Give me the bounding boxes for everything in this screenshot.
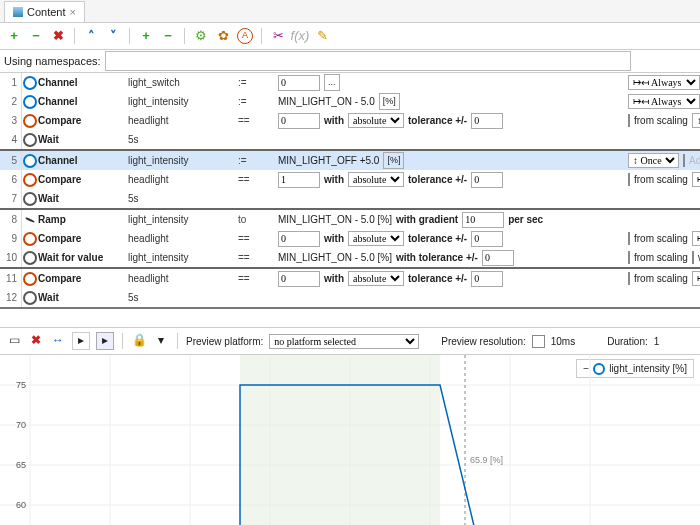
doc-checkbox[interactable] [683,154,685,167]
preview-resolution-checkbox[interactable] [532,335,545,348]
step-signal: 5s [128,192,238,205]
step-type: Channel [38,154,128,167]
tolerance-input[interactable] [471,113,503,129]
channel-icon [22,95,38,109]
preview-delete-icon[interactable]: ✖ [28,333,44,349]
preview-chart: − light_intensity [%] 75 70 65 60 [0,355,700,525]
step-operator: to [238,213,258,226]
svg-text:60: 60 [16,500,26,510]
value-input[interactable] [278,271,320,287]
step-signal: headlight [128,272,238,285]
svg-text:75: 75 [16,380,26,390]
assert-icon[interactable]: A [237,28,253,44]
fx-icon[interactable]: f(x) [292,28,308,44]
add-minus-icon[interactable]: − [28,28,44,44]
from-scaling-checkbox[interactable] [628,272,630,285]
mode-select[interactable]: absolute [348,172,404,187]
compare-icon [22,232,38,246]
when-select[interactable]: ↦↤ Always [692,172,700,187]
from-scaling-checkbox[interactable] [628,251,630,264]
step-row[interactable]: 7Wait5s [0,189,700,208]
line-number: 12 [0,288,22,307]
step-trail: ↦↤ Always [628,94,700,109]
line-number: 8 [0,210,22,229]
step-signal: 5s [128,291,238,304]
assessment-checkbox[interactable] [692,251,694,264]
tab-content[interactable]: Content × [4,1,85,22]
step-type: Wait [38,192,128,205]
step-signal: light_intensity [128,213,238,226]
step-row[interactable]: 2Channellight_intensity:=MIN_LIGHT_ON - … [0,92,700,111]
step-expression: MIN_LIGHT_ON - 5.0[%] [278,93,628,110]
value-input[interactable] [278,231,320,247]
step-row[interactable]: 1Channellight_switch:=...↦↤ Always [0,73,700,92]
step-row[interactable]: 9Compareheadlight==withabsolutetolerance… [0,229,700,248]
toolbar-separator [177,333,178,349]
step-row[interactable]: 12Wait5s [0,288,700,307]
step-row[interactable]: 5Channellight_intensity:=MIN_LIGHT_OFF +… [0,149,700,170]
step-signal: headlight [128,173,238,186]
when-select[interactable]: ↦↤ Always [692,271,700,286]
svg-text:70: 70 [16,420,26,430]
preview-zoom-icon[interactable]: ↔ [50,333,66,349]
edit-icon[interactable]: ✎ [314,28,330,44]
preview-toolbar: ▭ ✖ ↔ ▸ ▸ 🔒 ▾ Preview platform: no platf… [0,327,700,355]
unit-badge: [%] [379,93,400,110]
from-scaling-checkbox[interactable] [628,232,630,245]
when-select[interactable]: ↕ Once [628,153,679,168]
step-row[interactable]: 6Compareheadlight==withabsolutetolerance… [0,170,700,189]
step-row[interactable]: 11Compareheadlight==withabsolutetoleranc… [0,267,700,288]
step-type: Ramp [38,213,128,226]
first-select[interactable]: ↕ First [692,113,700,128]
step-row[interactable]: 3Compareheadlight==withabsolutetolerance… [0,111,700,130]
tab-title: Content [27,5,66,19]
mode-select[interactable]: absolute [348,271,404,286]
gradient-input[interactable] [462,212,504,228]
mode-select[interactable]: absolute [348,113,404,128]
ramp-icon [22,219,38,221]
step-row[interactable]: 10Wait for valuelight_intensity==MIN_LIG… [0,248,700,267]
toolbar-separator [122,333,123,349]
cog-icon[interactable]: ✿ [215,28,231,44]
scissors-icon[interactable]: ✂ [270,28,286,44]
when-select[interactable]: ↦↤ Always [628,94,700,109]
step-row[interactable]: 4Wait5s [0,130,700,149]
mode-select[interactable]: absolute [348,231,404,246]
value-input[interactable] [278,75,320,91]
compare-icon [22,173,38,187]
move-down-icon[interactable]: ˅ [105,28,121,44]
line-number: 5 [0,151,22,170]
minus2-icon[interactable]: − [160,28,176,44]
namespaces-input[interactable] [105,51,631,71]
preview-platform-select[interactable]: no platform selected [269,334,419,349]
tolerance-input[interactable] [471,172,503,188]
tolerance-input[interactable] [471,271,503,287]
from-scaling-checkbox[interactable] [628,173,630,186]
gear-icon[interactable]: ⚙ [193,28,209,44]
chevron-down-icon[interactable]: ▾ [153,333,169,349]
preview-tool-icon[interactable]: ▭ [6,333,22,349]
step-operator: := [238,95,258,108]
tab-close-icon[interactable]: × [70,5,76,19]
tolerance-input[interactable] [471,231,503,247]
move-up-icon[interactable]: ˄ [83,28,99,44]
tab-bar: Content × [0,0,700,23]
step-type: Compare [38,272,128,285]
preview-mode2-icon[interactable]: ▸ [96,332,114,350]
when-select[interactable]: ↦↤ Always [628,75,700,90]
step-row[interactable]: 8Ramplight_intensitytoMIN_LIGHT_ON - 5.0… [0,208,700,229]
when-select[interactable]: ↦↤ Always [692,231,700,246]
value-input[interactable] [278,172,320,188]
value-input[interactable] [278,113,320,129]
preview-resolution-label: Preview resolution: [441,335,525,348]
add-icon[interactable]: + [6,28,22,44]
line-number: 1 [0,73,22,92]
plus2-icon[interactable]: + [138,28,154,44]
tolerance-input[interactable] [482,250,514,266]
delete-icon[interactable]: ✖ [50,28,66,44]
step-expression: MIN_LIGHT_ON - 5.0 [%]with gradientper s… [278,212,628,228]
namespaces-label: Using namespaces: [4,54,101,68]
from-scaling-checkbox[interactable] [628,114,630,127]
preview-mode1-icon[interactable]: ▸ [72,332,90,350]
lock-icon[interactable]: 🔒 [131,333,147,349]
